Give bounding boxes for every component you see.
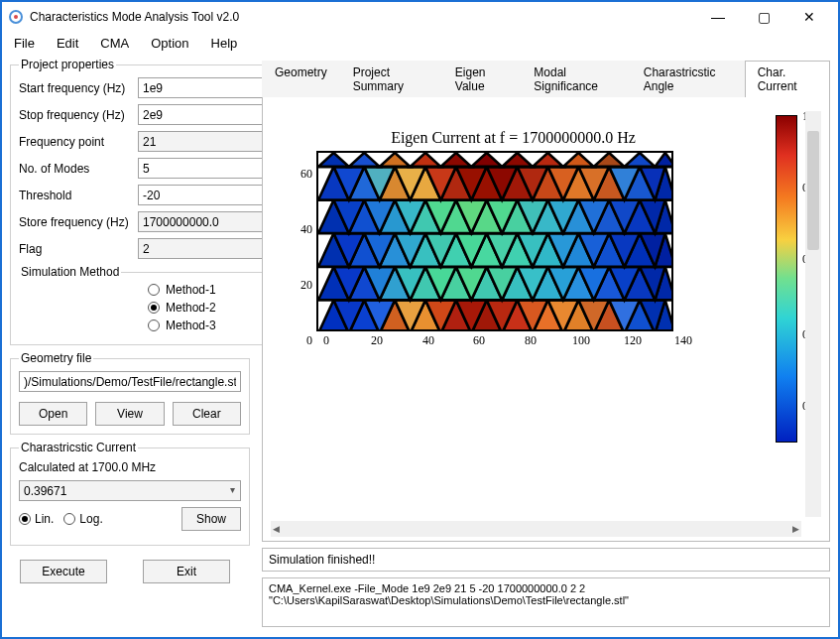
project-legend: Project properties (19, 58, 116, 71)
tab-bar: Geometry Project Summary Eigen Value Mod… (262, 60, 830, 97)
clear-button[interactable]: Clear (173, 402, 241, 426)
charcur-legend: Charastricstic Current (19, 441, 138, 454)
open-button[interactable]: Open (19, 402, 87, 426)
execute-button[interactable]: Execute (20, 560, 107, 583)
app-icon (8, 9, 24, 25)
char-current: Charastricstic Current Calculated at 170… (10, 441, 250, 546)
maximize-button[interactable]: ▢ (741, 2, 786, 32)
store-freq-label: Store frequency (Hz) (19, 215, 138, 229)
log-radio[interactable]: Log. (63, 512, 102, 526)
show-button[interactable]: Show (181, 507, 241, 531)
colorbar: 1.0 0.8 0.6 0.4 0.2 (776, 115, 797, 443)
threshold-label: Threshold (19, 189, 138, 202)
command-output: CMA_Kernel.exe -File_Mode 1e9 2e9 21 5 -… (262, 577, 830, 627)
tab-char-current[interactable]: Char. Current (745, 61, 830, 97)
menu-option[interactable]: Option (147, 34, 192, 53)
charcur-value-select[interactable] (19, 480, 241, 501)
plot-title: Eigen Current at f = 1700000000.0 Hz (271, 129, 756, 147)
lin-radio[interactable]: Lin. (19, 512, 54, 526)
view-button[interactable]: View (95, 402, 164, 426)
svg-marker-123 (502, 153, 533, 167)
flag-label: Flag (19, 242, 138, 256)
axes: 0 20 40 60 (306, 151, 736, 349)
svg-marker-119 (380, 153, 411, 167)
status-text: Simulation finished!! (262, 548, 830, 572)
geometry-file: Geometry file Open View Clear (10, 351, 250, 435)
horizontal-scrollbar[interactable]: ◀▶ (271, 521, 801, 537)
minimize-button[interactable]: — (695, 2, 741, 32)
scroll-left-icon[interactable]: ◀ (273, 524, 280, 534)
geom-legend: Geometry file (19, 351, 93, 365)
start-freq-label: Start frequency (Hz) (19, 81, 138, 95)
svg-marker-122 (471, 153, 502, 167)
menu-file[interactable]: File (10, 34, 39, 53)
title-bar: Characteristics Mode Analysis Tool v2.0 … (2, 2, 838, 32)
tab-char-angle[interactable]: Charastricstic Angle (631, 61, 745, 97)
svg-marker-117 (318, 153, 349, 167)
tab-project-summary[interactable]: Project Summary (340, 61, 442, 97)
svg-marker-120 (411, 153, 441, 167)
modes-label: No. of Modes (19, 162, 138, 176)
calc-label: Calculated at 1700.0 MHz (19, 460, 156, 474)
mesh-plot[interactable] (316, 151, 673, 331)
svg-marker-125 (563, 153, 594, 167)
menu-help[interactable]: Help (207, 34, 242, 53)
svg-marker-124 (533, 153, 563, 167)
left-panel: Project properties Start frequency (Hz) … (2, 54, 258, 635)
tab-modal-significance[interactable]: Modal Significance (521, 61, 630, 97)
scroll-right-icon[interactable]: ▶ (792, 524, 799, 534)
svg-marker-126 (594, 153, 625, 167)
tab-geometry[interactable]: Geometry (262, 61, 340, 97)
menu-cma[interactable]: CMA (96, 34, 133, 53)
geom-path-input[interactable] (19, 371, 241, 392)
svg-marker-128 (655, 153, 673, 167)
stop-freq-label: Stop frequency (Hz) (19, 108, 138, 122)
plot-area: Eigen Current at f = 1700000000.0 Hz 0 2… (262, 97, 830, 542)
right-panel: Geometry Project Summary Eigen Value Mod… (258, 54, 838, 635)
svg-marker-121 (440, 153, 471, 167)
window-title: Characteristics Mode Analysis Tool v2.0 (30, 10, 695, 24)
menu-edit[interactable]: Edit (53, 34, 82, 53)
svg-marker-118 (349, 153, 380, 167)
close-button[interactable]: ✕ (786, 2, 832, 32)
svg-marker-127 (625, 153, 656, 167)
sim-method-legend: Simulation Method (19, 265, 121, 279)
svg-point-1 (14, 15, 18, 19)
freq-point-label: Frequency point (19, 135, 138, 149)
exit-button[interactable]: Exit (143, 560, 230, 583)
vertical-scrollbar[interactable] (805, 111, 821, 517)
tab-eigen-value[interactable]: Eigen Value (442, 61, 522, 97)
menu-bar: File Edit CMA Option Help (2, 32, 838, 54)
